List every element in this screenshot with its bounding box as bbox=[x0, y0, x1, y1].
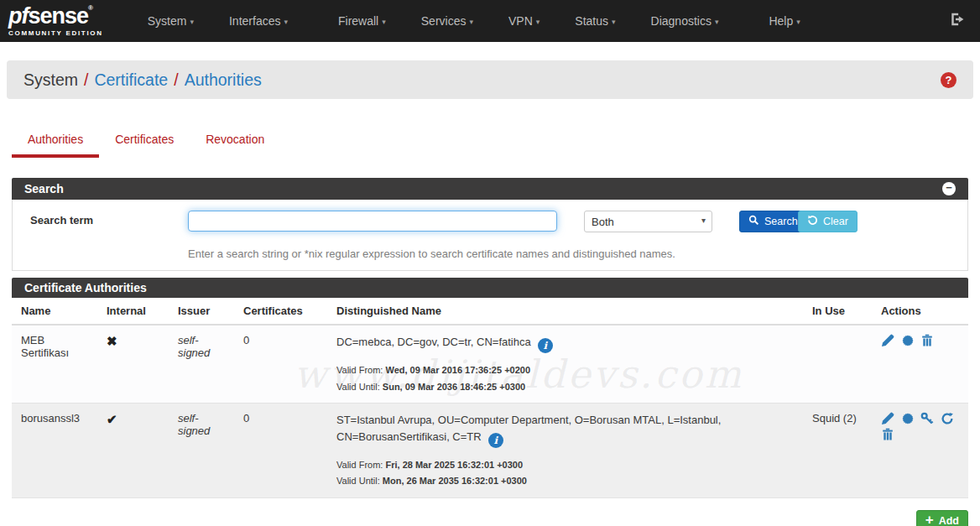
tab-revocation[interactable]: Revocation bbox=[190, 124, 280, 158]
clear-button[interactable]: Clear bbox=[798, 211, 858, 232]
edit-ca-icon[interactable] bbox=[881, 334, 894, 350]
ca-validity: Valid From: Wed, 09 Mar 2016 17:36:25 +0… bbox=[336, 362, 795, 395]
table-row: borusanssl3 ✔ self-signed 0 ST=Istanbul … bbox=[12, 403, 968, 497]
tab-certificates[interactable]: Certificates bbox=[99, 124, 190, 158]
x-mark-icon: ✖ bbox=[107, 334, 117, 348]
search-panel: Search − Search term Both ▾ Search Clear… bbox=[12, 178, 968, 271]
info-icon[interactable]: i bbox=[538, 338, 553, 353]
help-icon[interactable]: ? bbox=[941, 72, 957, 88]
export-ca-cert-icon[interactable] bbox=[901, 334, 915, 350]
search-icon bbox=[748, 215, 759, 228]
page-header: System / Certificate / Authorities ? bbox=[7, 60, 973, 99]
brand-name: pfsense® bbox=[8, 5, 103, 28]
search-button[interactable]: Search bbox=[739, 211, 807, 232]
col-issuer: Issuer bbox=[169, 298, 235, 325]
delete-ca-icon[interactable] bbox=[881, 428, 894, 444]
ca-panel-title: Certificate Authorities bbox=[24, 281, 147, 294]
add-ca-button[interactable]: + Add bbox=[916, 510, 968, 526]
ca-validity: Valid From: Fri, 28 Mar 2025 16:32:01 +0… bbox=[336, 457, 795, 490]
ca-actions bbox=[873, 403, 968, 497]
ca-distinguished-name: DC=mebca, DC=gov, DC=tr, CN=fatihcai bbox=[336, 334, 749, 353]
edit-ca-icon[interactable] bbox=[881, 412, 894, 428]
ca-panel-header: Certificate Authorities bbox=[12, 278, 968, 298]
info-icon[interactable]: i bbox=[488, 433, 503, 448]
export-ca-key-icon[interactable] bbox=[920, 412, 934, 428]
menu-vpn[interactable]: VPN▾ bbox=[491, 14, 557, 28]
plus-icon: + bbox=[925, 513, 934, 526]
breadcrumb-separator: / bbox=[78, 70, 94, 90]
search-hint: Enter a search string or *nix regular ex… bbox=[188, 247, 967, 260]
col-name: Name bbox=[12, 298, 98, 325]
sign-out-icon[interactable] bbox=[950, 12, 965, 30]
certificate-authorities-panel: Certificate Authorities Name Internal Is… bbox=[12, 278, 968, 498]
search-panel-body: Search term Both ▾ Search Clear Enter a … bbox=[12, 200, 968, 271]
col-certificates: Certificates bbox=[235, 298, 328, 325]
registered-mark: ® bbox=[88, 4, 92, 12]
pfsense-logo[interactable]: pfsense® COMMUNITY EDITION bbox=[8, 5, 103, 37]
ca-name: borusanssl3 bbox=[12, 403, 98, 497]
breadcrumb-authorities-link[interactable]: Authorities bbox=[185, 70, 262, 90]
main-menu: System▾ Interfaces▾ Firewall▾ Services▾ … bbox=[130, 14, 818, 28]
col-distinguished-name: Distinguished Name bbox=[328, 298, 804, 325]
breadcrumb-certificate-link[interactable]: Certificate bbox=[94, 70, 168, 90]
col-in-use: In Use bbox=[804, 298, 873, 325]
caret-down-icon: ▾ bbox=[382, 18, 386, 26]
ca-name: MEB Sertifikası bbox=[12, 325, 98, 403]
breadcrumb-system: System bbox=[23, 70, 78, 90]
ca-issuer: self-signed bbox=[178, 412, 216, 437]
menu-interfaces[interactable]: Interfaces▾ bbox=[211, 14, 313, 28]
ca-distinguished-name: ST=Istanbul Avrupa, OU=Computer Departme… bbox=[336, 412, 749, 448]
delete-ca-icon[interactable] bbox=[920, 334, 934, 350]
search-input[interactable] bbox=[188, 211, 557, 232]
ca-in-use: Squid (2) bbox=[804, 403, 873, 497]
ca-table: Name Internal Issuer Certificates Distin… bbox=[12, 298, 968, 498]
ca-cert-count: 0 bbox=[235, 325, 328, 403]
menu-help[interactable]: Help▾ bbox=[743, 14, 817, 28]
ca-table-header-row: Name Internal Issuer Certificates Distin… bbox=[12, 298, 968, 325]
menu-services[interactable]: Services▾ bbox=[404, 14, 491, 28]
caret-down-icon: ▾ bbox=[536, 18, 540, 26]
col-actions: Actions bbox=[873, 298, 968, 325]
search-type-select[interactable]: Both bbox=[584, 211, 712, 232]
table-row: MEB Sertifikası ✖ self-signed 0 DC=mebca… bbox=[12, 325, 968, 403]
menu-diagnostics[interactable]: Diagnostics▾ bbox=[633, 14, 744, 28]
caret-down-icon: ▾ bbox=[284, 18, 288, 26]
caret-down-icon: ▾ bbox=[190, 18, 194, 26]
brand-edition: COMMUNITY EDITION bbox=[8, 30, 103, 37]
menu-status[interactable]: Status▾ bbox=[557, 14, 633, 28]
search-type-select-wrap: Both ▾ bbox=[584, 211, 712, 232]
col-internal: Internal bbox=[98, 298, 169, 325]
collapse-panel-icon[interactable]: − bbox=[942, 182, 956, 195]
top-navbar: pfsense® COMMUNITY EDITION System▾ Inter… bbox=[0, 0, 980, 42]
ca-in-use bbox=[804, 325, 873, 403]
caret-down-icon: ▾ bbox=[796, 18, 800, 26]
caret-down-icon: ▾ bbox=[612, 18, 616, 26]
undo-icon bbox=[807, 215, 818, 228]
tab-authorities[interactable]: Authorities bbox=[12, 124, 99, 158]
search-term-label: Search term bbox=[30, 214, 93, 227]
caret-down-icon: ▾ bbox=[469, 18, 473, 26]
check-mark-icon: ✔ bbox=[107, 412, 117, 426]
breadcrumb-separator: / bbox=[168, 70, 184, 90]
search-panel-title: Search bbox=[24, 182, 64, 195]
search-panel-header: Search − bbox=[12, 178, 968, 200]
ca-issuer: self-signed bbox=[178, 334, 216, 359]
caret-down-icon: ▾ bbox=[715, 18, 719, 26]
export-ca-cert-icon[interactable] bbox=[901, 412, 915, 428]
certificate-tabs: Authorities Certificates Revocation bbox=[12, 124, 968, 158]
renew-ca-icon[interactable] bbox=[941, 412, 954, 428]
menu-firewall[interactable]: Firewall▾ bbox=[313, 14, 404, 28]
menu-system[interactable]: System▾ bbox=[130, 14, 211, 28]
ca-actions bbox=[873, 325, 968, 403]
ca-cert-count: 0 bbox=[235, 403, 328, 497]
